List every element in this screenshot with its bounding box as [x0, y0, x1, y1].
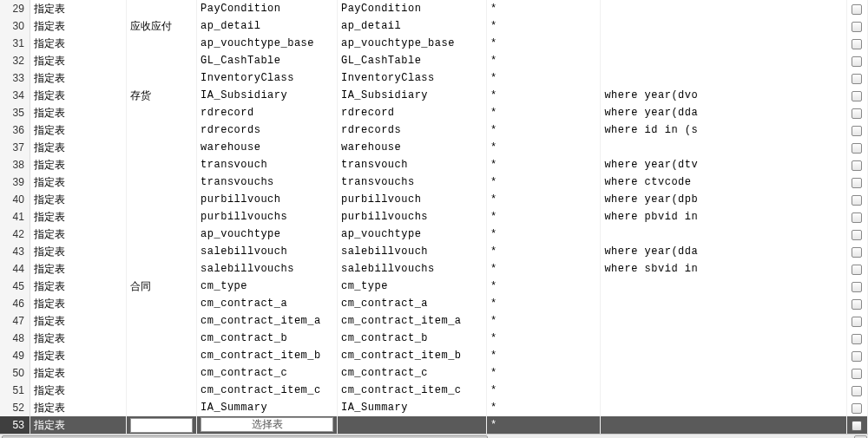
- source-table-cell[interactable]: rdrecord: [197, 104, 338, 121]
- row-checkbox[interactable]: [852, 317, 862, 327]
- source-table-cell[interactable]: salebillvouchs: [197, 260, 338, 278]
- row-checkbox[interactable]: [852, 74, 862, 84]
- target-table-cell[interactable]: salebillvouchs: [337, 260, 486, 278]
- row-type-cell[interactable]: 指定表: [30, 139, 126, 156]
- condition-cell[interactable]: [601, 347, 846, 364]
- row-checkbox[interactable]: [852, 265, 862, 275]
- target-table-cell[interactable]: cm_contract_c: [337, 364, 486, 382]
- row-type-cell[interactable]: 指定表: [30, 17, 126, 35]
- fields-cell[interactable]: *: [486, 191, 601, 208]
- row-checkbox[interactable]: [852, 299, 862, 310]
- target-table-cell[interactable]: ap_detail: [337, 17, 486, 35]
- target-table-cell[interactable]: cm_contract_item_b: [337, 347, 486, 364]
- row-checkbox[interactable]: [852, 143, 862, 154]
- group-cell[interactable]: 存货: [127, 87, 197, 104]
- row-type-cell[interactable]: 指定表: [30, 226, 126, 243]
- condition-cell[interactable]: [601, 295, 846, 312]
- source-table-cell[interactable]: ap_detail: [197, 17, 338, 35]
- table-row[interactable]: 45指定表合同cm_typecm_type*: [0, 278, 868, 295]
- condition-cell[interactable]: where id in (s: [601, 121, 846, 139]
- row-checkbox[interactable]: [852, 108, 862, 119]
- condition-cell[interactable]: [601, 0, 846, 17]
- group-cell[interactable]: [127, 416, 197, 434]
- fields-cell[interactable]: *: [486, 121, 601, 139]
- group-cell[interactable]: 应收应付: [127, 17, 197, 35]
- group-cell[interactable]: [127, 243, 197, 260]
- group-cell[interactable]: [127, 104, 197, 121]
- target-table-cell[interactable]: IA_Subsidiary: [337, 87, 486, 104]
- source-table-cell[interactable]: InventoryClass: [197, 69, 338, 87]
- condition-cell[interactable]: [601, 17, 846, 35]
- checkbox-cell[interactable]: [846, 382, 867, 399]
- row-type-cell[interactable]: 指定表: [30, 69, 126, 87]
- data-grid[interactable]: 29指定表PayConditionPayCondition*30指定表应收应付a…: [0, 0, 868, 434]
- condition-cell[interactable]: [601, 278, 846, 295]
- row-checkbox[interactable]: [852, 56, 862, 67]
- row-type-cell[interactable]: 指定表: [30, 243, 126, 260]
- source-table-cell[interactable]: cm_contract_item_a: [197, 312, 338, 330]
- checkbox-cell[interactable]: [846, 226, 867, 243]
- condition-cell[interactable]: where ctvcode: [601, 173, 846, 191]
- row-checkbox[interactable]: [852, 4, 862, 15]
- fields-cell[interactable]: *: [486, 364, 601, 382]
- condition-cell[interactable]: [601, 226, 846, 243]
- table-row[interactable]: 50指定表cm_contract_ccm_contract_c*: [0, 364, 868, 382]
- checkbox-cell[interactable]: [846, 208, 867, 226]
- group-cell[interactable]: [127, 139, 197, 156]
- table-row[interactable]: 46指定表cm_contract_acm_contract_a*: [0, 295, 868, 312]
- group-input[interactable]: [130, 418, 193, 433]
- condition-cell[interactable]: where year(dda: [601, 243, 846, 260]
- source-table-cell[interactable]: IA_Subsidiary: [197, 87, 338, 104]
- target-table-cell[interactable]: purbillvouchs: [337, 208, 486, 226]
- group-cell[interactable]: [127, 69, 197, 87]
- row-type-cell[interactable]: 指定表: [30, 191, 126, 208]
- fields-cell[interactable]: *: [486, 52, 601, 69]
- checkbox-cell[interactable]: [846, 330, 867, 347]
- fields-cell[interactable]: *: [486, 0, 601, 17]
- checkbox-cell[interactable]: [846, 0, 867, 17]
- fields-cell[interactable]: *: [486, 295, 601, 312]
- fields-cell[interactable]: *: [486, 139, 601, 156]
- row-checkbox[interactable]: [852, 351, 862, 362]
- fields-cell[interactable]: *: [486, 35, 601, 52]
- group-cell[interactable]: [127, 35, 197, 52]
- row-checkbox[interactable]: [852, 421, 862, 431]
- target-table-cell[interactable]: purbillvouch: [337, 191, 486, 208]
- group-cell[interactable]: [127, 399, 197, 416]
- source-table-cell[interactable]: salebillvouch: [197, 243, 338, 260]
- source-table-cell[interactable]: rdrecords: [197, 121, 338, 139]
- group-cell[interactable]: [127, 260, 197, 278]
- table-row[interactable]: 36指定表rdrecordsrdrecords*where id in (s: [0, 121, 868, 139]
- group-cell[interactable]: [127, 0, 197, 17]
- row-type-cell[interactable]: 指定表: [30, 208, 126, 226]
- condition-cell[interactable]: [601, 364, 846, 382]
- row-checkbox[interactable]: [852, 195, 862, 206]
- row-type-cell[interactable]: 指定表: [30, 399, 126, 416]
- fields-cell[interactable]: *: [486, 156, 601, 173]
- checkbox-cell[interactable]: [846, 278, 867, 295]
- group-cell[interactable]: [127, 156, 197, 173]
- row-type-cell[interactable]: 指定表: [30, 0, 126, 17]
- row-checkbox[interactable]: [852, 91, 862, 101]
- target-table-cell[interactable]: cm_contract_item_a: [337, 312, 486, 330]
- row-type-cell[interactable]: 指定表: [30, 173, 126, 191]
- row-checkbox[interactable]: [852, 160, 862, 171]
- source-table-cell[interactable]: cm_contract_a: [197, 295, 338, 312]
- row-type-cell[interactable]: 指定表: [30, 278, 126, 295]
- fields-cell[interactable]: *: [486, 87, 601, 104]
- group-cell[interactable]: [127, 364, 197, 382]
- fields-cell[interactable]: *: [486, 104, 601, 121]
- group-cell[interactable]: [127, 382, 197, 399]
- target-table-cell[interactable]: cm_contract_b: [337, 330, 486, 347]
- condition-cell[interactable]: [601, 312, 846, 330]
- group-cell[interactable]: [127, 191, 197, 208]
- row-type-cell[interactable]: 指定表: [30, 416, 126, 434]
- table-row[interactable]: 49指定表cm_contract_item_bcm_contract_item_…: [0, 347, 868, 364]
- table-row[interactable]: 51指定表cm_contract_item_ccm_contract_item_…: [0, 382, 868, 399]
- checkbox-cell[interactable]: [846, 35, 867, 52]
- table-row[interactable]: 43指定表salebillvouchsalebillvouch*where ye…: [0, 243, 868, 260]
- checkbox-cell[interactable]: [846, 104, 867, 121]
- checkbox-cell[interactable]: [846, 139, 867, 156]
- table-row[interactable]: 41指定表purbillvouchspurbillvouchs*where pb…: [0, 208, 868, 226]
- source-table-cell[interactable]: cm_type: [197, 278, 338, 295]
